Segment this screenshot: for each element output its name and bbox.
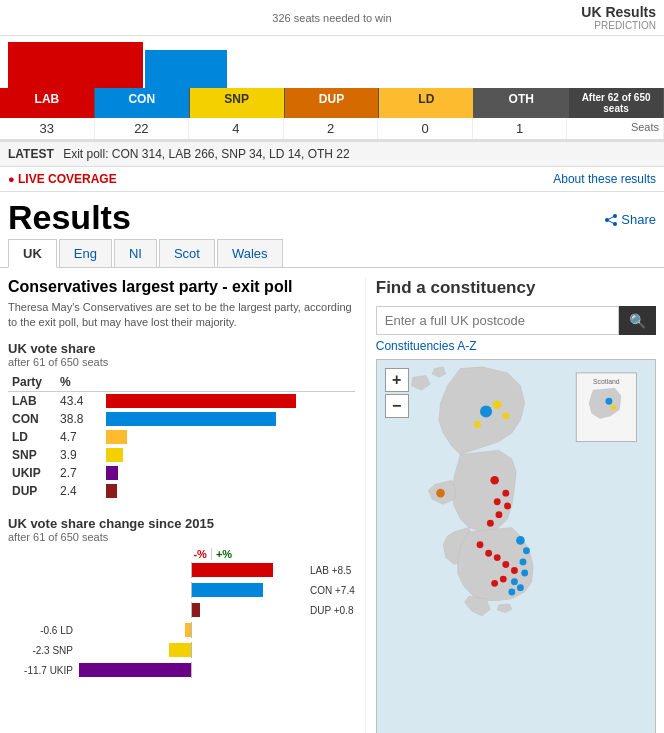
vote-share-table: Party % LAB 43.4 CON 38.8 LD 4.7 [8,373,355,500]
vote-table-row: UKIP 2.7 [8,464,355,482]
col-pct: % [56,373,102,392]
results-title: Results [8,198,131,237]
neg-bar [76,623,191,637]
uk-map: + − [376,359,656,733]
party-bar-cell [102,464,355,482]
tab-eng[interactable]: Eng [59,239,112,267]
vote-table-row: SNP 3.9 [8,446,355,464]
party-bar-cell [102,428,355,446]
tab-uk[interactable]: UK [8,239,57,268]
svg-point-33 [517,584,524,591]
latest-text: Exit poll: CON 314, LAB 266, SNP 34, LD … [63,147,350,161]
change-bars: LAB +8.5CON +7.4DUP +0.8-0.6 LD-2.3 SNP-… [8,562,355,679]
vote-share-section: UK vote share after 61 of 650 seats Part… [8,341,355,500]
svg-point-28 [491,580,498,587]
tab-ni[interactable]: NI [114,239,157,267]
right-panel: Find a constituency 🔍 Constituencies A-Z… [365,278,656,733]
con-bar-top [145,50,227,88]
prediction-label: PREDICTION [494,20,656,31]
svg-point-15 [480,406,492,418]
zoom-out-button[interactable]: − [385,394,409,418]
svg-point-19 [504,503,511,510]
party-name-cell: CON [8,410,56,428]
latest-bar: LATEST Exit poll: CON 314, LAB 266, SNP … [0,141,664,167]
vote-table-row: DUP 2.4 [8,482,355,500]
svg-point-37 [502,412,509,419]
change-bar-row: LAB +8.5 [8,562,355,579]
party-pct-cell: 4.7 [56,428,102,446]
vote-change-after: after 61 of 650 seats [8,531,355,543]
svg-point-23 [485,550,492,557]
svg-line-4 [607,220,615,224]
change-right-label: LAB +8.5 [307,565,351,576]
svg-point-21 [487,520,494,527]
neg-bar [76,643,191,657]
vote-share-after: after 61 of 650 seats [8,356,355,368]
svg-point-44 [610,405,615,410]
tab-wales[interactable]: Wales [217,239,283,267]
seats-label: Seats [567,118,664,139]
live-coverage-label[interactable]: ● LIVE COVERAGE [8,172,117,186]
neg-bar [76,663,191,677]
party-pct-cell: 2.4 [56,482,102,500]
change-right-label: DUP +0.8 [307,605,353,616]
vote-table-row: LAB 43.4 [8,391,355,410]
vote-change-section: UK vote share change since 2015 after 61… [8,516,355,679]
party-name-cell: UKIP [8,464,56,482]
change-left-label: -11.7 UKIP [8,665,76,676]
headline-sub: Theresa May's Conservatives are set to b… [8,300,355,331]
find-constituency-title: Find a constituency [376,278,656,298]
svg-point-43 [605,398,612,405]
change-chart: -% +% LAB +8.5CON +7.4DUP +0.8-0.6 LD-2.… [8,548,355,679]
party-header-row: LAB CON SNP DUP LD OTH After 62 of 650 s… [0,88,664,118]
constituencies-az[interactable]: Constituencies A-Z [376,339,656,353]
about-results-link[interactable]: About these results [553,172,656,186]
party-name-cell: DUP [8,482,56,500]
svg-point-30 [523,547,530,554]
svg-point-24 [494,554,501,561]
change-left-label: -0.6 LD [8,625,76,636]
party-snp: SNP [190,88,285,118]
seats-ld: 0 [378,118,473,139]
map-svg: Scotland [377,360,655,733]
svg-point-25 [502,561,509,568]
pos-bar [192,583,307,597]
tab-scot[interactable]: Scot [159,239,215,267]
seats-row: 33 22 4 2 0 1 Seats [0,118,664,141]
svg-point-32 [511,578,518,585]
party-bar-cell [102,482,355,500]
change-bar-row: -0.6 LD [8,622,355,639]
after-seats-header: After 62 of 650 seats [569,88,664,118]
party-pct-cell: 2.7 [56,464,102,482]
seats-oth: 1 [473,118,568,139]
lab-bar-top [8,42,143,88]
svg-point-39 [436,489,445,498]
latest-label: LATEST [8,147,54,161]
zoom-in-button[interactable]: + [385,368,409,392]
seats-snp: 4 [189,118,284,139]
svg-point-34 [508,589,515,596]
svg-point-22 [476,541,483,548]
vote-change-title: UK vote share change since 2015 [8,516,355,531]
live-coverage-bar: ● LIVE COVERAGE About these results [0,167,664,192]
top-bar-chart [0,36,664,88]
svg-point-35 [521,570,528,577]
share-button[interactable]: Share [604,212,656,227]
postcode-search-wrap: 🔍 [376,306,656,335]
party-bar-cell [102,446,355,464]
party-oth: OTH [474,88,569,118]
svg-point-27 [500,576,507,583]
postcode-search-button[interactable]: 🔍 [619,306,656,335]
tabs-row: UK Eng NI Scot Wales [0,239,664,268]
pos-bar [192,603,307,617]
svg-line-3 [607,216,615,220]
party-bar-cell [102,391,355,410]
postcode-input[interactable] [376,306,619,335]
seats-con: 22 [95,118,190,139]
change-bar-row: DUP +0.8 [8,602,355,619]
seats-lab: 33 [0,118,95,139]
svg-point-29 [516,536,525,545]
party-pct-cell: 43.4 [56,391,102,410]
vote-table-row: CON 38.8 [8,410,355,428]
party-name-cell: SNP [8,446,56,464]
